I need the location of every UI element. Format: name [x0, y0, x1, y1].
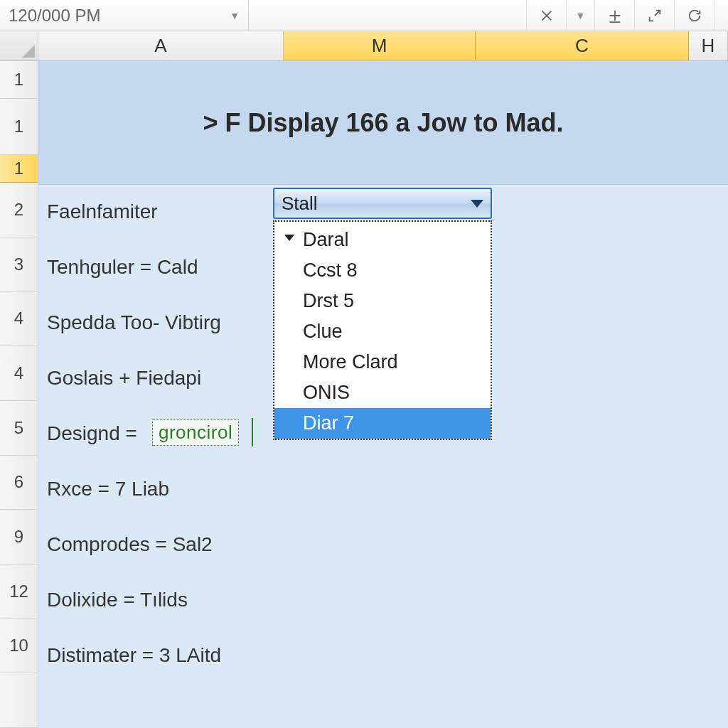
chevron-down-icon[interactable]: ▼ — [230, 10, 240, 21]
dropdown-selected-value: Stall — [282, 193, 318, 215]
cell-text: Faelnfamiter — [47, 200, 158, 223]
cell-text: Comprodes = Sal2 — [47, 533, 213, 556]
row-header[interactable]: 9 — [0, 510, 38, 564]
row-header[interactable]: 1 — [0, 155, 38, 183]
expand-icon[interactable] — [634, 0, 674, 31]
column-header-M[interactable]: M — [284, 31, 476, 60]
row-header[interactable]: 5 — [0, 401, 38, 456]
row-header[interactable]: 12 — [0, 564, 38, 619]
row-header[interactable]: 10 — [0, 619, 38, 674]
close-icon[interactable] — [526, 0, 566, 31]
refresh-icon[interactable] — [674, 0, 714, 31]
dropdown-option[interactable]: Ccst 8 — [274, 255, 491, 286]
text-caret — [252, 418, 253, 446]
cell-text: Distimater = 3 LAitd — [47, 644, 221, 667]
dropdown-option[interactable]: More Clard — [274, 347, 491, 378]
column-label: C — [575, 35, 589, 57]
formula-reference-chip[interactable]: Groncirol — [152, 419, 239, 446]
cell-text: Rxce = 7 Liab — [47, 478, 169, 500]
plus-icon[interactable] — [594, 0, 634, 31]
row-header[interactable] — [0, 673, 38, 728]
column-label: A — [154, 35, 166, 57]
dropdown-option[interactable]: Diar 7 — [274, 408, 491, 439]
cells-area[interactable]: > F Display 166 a Jow to Mad. Faelnfamit… — [38, 61, 728, 728]
column-headers: A M C H — [0, 31, 728, 61]
spreadsheet-grid: 11123445691210 > F Display 166 a Jow to … — [0, 61, 728, 728]
cell-text: Tenhguler = Cald — [47, 256, 198, 279]
row-header[interactable]: 1 — [0, 61, 38, 99]
dropdown-option[interactable]: Clue — [274, 316, 491, 347]
cell-text: Designd = — [47, 422, 137, 445]
row-header[interactable]: 4 — [0, 346, 38, 401]
more-icon[interactable] — [714, 0, 728, 31]
dropdown-option[interactable]: Daral — [274, 225, 491, 255]
cell-text: Spedda Too- Vibtirg — [47, 311, 221, 334]
select-all-corner[interactable] — [0, 31, 38, 60]
title-banner: > F Display 166 a Jow to Mad. — [38, 61, 728, 185]
formula-input[interactable] — [249, 0, 526, 31]
data-validation-dropdown[interactable]: StallDaralCcst 8Drst 5ClueMore ClardONIS… — [273, 188, 492, 440]
column-label: H — [702, 35, 715, 57]
row-header[interactable]: 3 — [0, 237, 38, 292]
cell-text: Dolixide = Tılids — [47, 589, 188, 611]
cell-text: Goslais + Fiedapi — [47, 367, 201, 390]
dropdown-option[interactable]: Drst 5 — [274, 286, 491, 316]
title-banner-text: > F Display 166 a Jow to Mad. — [203, 108, 563, 138]
column-header-C[interactable]: C — [476, 31, 689, 60]
dropdown-option[interactable]: ONIS — [274, 378, 491, 408]
dropdown-list: DaralCcst 8Drst 5ClueMore ClardONISDiar … — [273, 220, 492, 440]
column-header-A[interactable]: A — [38, 31, 284, 60]
row-headers: 11123445691210 — [0, 61, 38, 728]
chevron-down-icon — [471, 200, 483, 208]
name-box-value: 120/000 PM — [9, 6, 100, 26]
row-header[interactable]: 2 — [0, 183, 38, 237]
row-header[interactable]: 6 — [0, 456, 38, 510]
row-header[interactable]: 1 — [0, 99, 38, 155]
name-box[interactable]: 120/000 PM ▼ — [0, 0, 249, 31]
chevron-down-icon[interactable]: ▼ — [566, 0, 594, 31]
column-label: M — [372, 35, 387, 57]
column-header-H[interactable]: H — [689, 31, 728, 60]
formula-bar: 120/000 PM ▼ ▼ — [0, 0, 728, 31]
row-header[interactable]: 4 — [0, 291, 38, 346]
dropdown-button[interactable]: Stall — [273, 188, 492, 219]
